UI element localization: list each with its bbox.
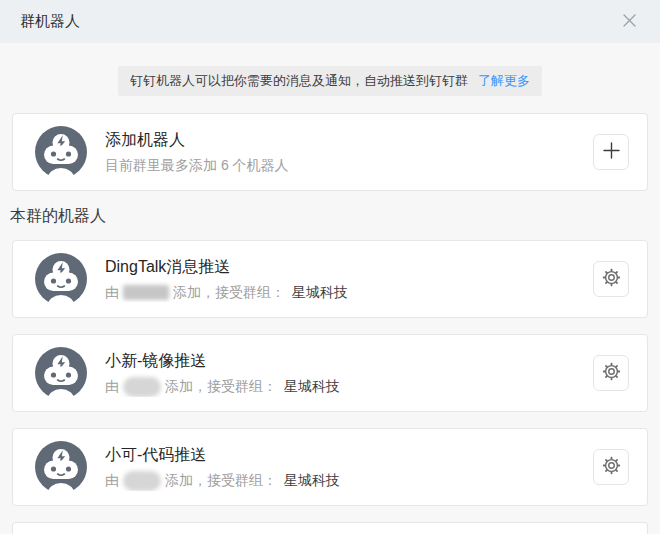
robot-avatar-icon	[35, 126, 87, 178]
redacted-username	[123, 377, 161, 397]
close-button[interactable]	[619, 10, 640, 34]
redacted-username	[123, 471, 161, 491]
added-by-middle: 添加，接受群组：	[165, 471, 277, 490]
robot-subtitle: 由 添加，接受群组： 星城科技	[105, 471, 593, 491]
robot-group: 星城科技	[284, 377, 340, 396]
robot-avatar-icon	[35, 347, 87, 399]
robot-settings-button[interactable]	[593, 355, 629, 391]
robot-avatar-icon	[35, 253, 87, 305]
added-by-middle: 添加，接受群组：	[173, 283, 285, 302]
robot-card: 小新-镜像推送 由 添加，接受群组： 星城科技	[12, 334, 648, 412]
robot-group: 星城科技	[284, 471, 340, 490]
add-robot-subtitle: 目前群里最多添加 6 个机器人	[105, 156, 593, 175]
gear-icon	[602, 268, 621, 290]
robot-card-partial	[12, 522, 648, 534]
robot-subtitle: 由 添加，接受群组： 星城科技	[105, 377, 593, 397]
dialog-title: 群机器人	[20, 12, 619, 31]
close-icon	[623, 14, 636, 30]
dialog-header: 群机器人	[0, 0, 660, 43]
add-robot-button[interactable]	[593, 134, 629, 170]
robot-group: 星城科技	[292, 283, 348, 302]
robot-subtitle: 由 添加，接受群组： 星城科技	[105, 283, 593, 302]
add-robot-title: 添加机器人	[105, 129, 593, 151]
robot-name: 小新-镜像推送	[105, 350, 593, 372]
robot-card: 小可-代码推送 由 添加，接受群组： 星城科技	[12, 428, 648, 506]
added-by-prefix: 由	[105, 471, 119, 490]
robot-avatar-icon	[35, 441, 87, 493]
banner-text: 钉钉机器人可以把你需要的消息及通知，自动推送到钉钉群	[130, 72, 468, 90]
robot-settings-button[interactable]	[593, 449, 629, 485]
add-robot-card[interactable]: 添加机器人 目前群里最多添加 6 个机器人	[12, 113, 648, 191]
robot-name: 小可-代码推送	[105, 444, 593, 466]
robot-name: DingTalk消息推送	[105, 256, 593, 278]
robot-settings-button[interactable]	[593, 261, 629, 297]
gear-icon	[602, 362, 621, 384]
banner-row: 钉钉机器人可以把你需要的消息及通知，自动推送到钉钉群 了解更多	[0, 43, 660, 96]
added-by-middle: 添加，接受群组：	[165, 377, 277, 396]
added-by-prefix: 由	[105, 283, 119, 302]
plus-icon	[603, 142, 620, 162]
gear-icon	[602, 456, 621, 478]
added-by-prefix: 由	[105, 377, 119, 396]
section-title: 本群的机器人	[10, 205, 660, 227]
info-banner: 钉钉机器人可以把你需要的消息及通知，自动推送到钉钉群 了解更多	[118, 66, 542, 96]
learn-more-link[interactable]: 了解更多	[478, 72, 530, 90]
redacted-username	[123, 285, 169, 300]
robot-card: DingTalk消息推送 由 添加，接受群组： 星城科技	[12, 240, 648, 318]
